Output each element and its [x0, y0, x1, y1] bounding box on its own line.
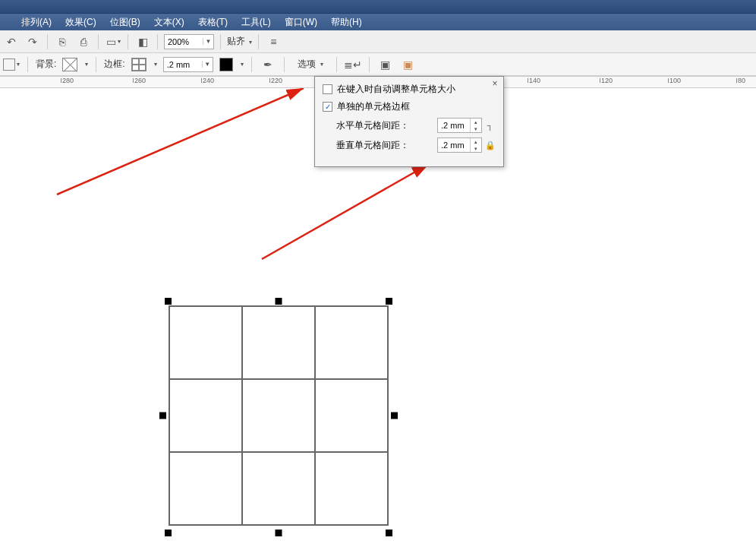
background-label: 背景:	[36, 58, 56, 71]
table-cell[interactable]	[169, 379, 242, 452]
selection-handle[interactable]	[165, 298, 172, 305]
to-back-icon[interactable]: ▣	[400, 56, 417, 73]
table-cell[interactable]	[169, 306, 242, 379]
window-titlebar	[0, 0, 756, 14]
chevron-down-icon[interactable]: ▾	[85, 61, 88, 68]
launch-icon[interactable]: ▭▾	[105, 33, 121, 50]
chevron-down-icon: ▾	[249, 39, 252, 46]
standard-toolbar: ↶ ↷ ⎘ ⎙ ▭▾ ◧ ▼ 贴齐 ▾ ≡	[0, 30, 756, 53]
table-cell[interactable]	[242, 452, 315, 525]
options-popout: × 在键入时自动调整单元格大小 单独的单元格边框 水平单元格间距： ▴▾ ┐ 垂…	[314, 76, 504, 167]
table-select-icon[interactable]: ▾	[3, 56, 20, 73]
menu-help[interactable]: 帮助(H)	[331, 16, 362, 29]
svg-line-1	[262, 164, 429, 259]
border-label: 边框:	[104, 58, 124, 71]
separator	[98, 34, 99, 49]
menu-table[interactable]: 表格(T)	[198, 16, 228, 29]
svg-line-0	[57, 88, 304, 194]
separator	[251, 57, 252, 72]
app-icon[interactable]: ◧	[134, 33, 151, 50]
spin-down-icon[interactable]: ▾	[471, 145, 481, 152]
separator	[336, 57, 337, 72]
border-width-combo[interactable]: ▼	[163, 57, 213, 72]
menu-arrange[interactable]: 排列(A)	[21, 16, 52, 29]
export-icon[interactable]: ⎙	[75, 33, 92, 50]
separator	[128, 34, 128, 49]
to-front-icon[interactable]: ▣	[377, 56, 394, 73]
selection-handle[interactable]	[386, 530, 392, 536]
options-extra-icon[interactable]: ≡	[265, 33, 282, 50]
table-grid[interactable]	[169, 305, 389, 526]
menu-text[interactable]: 文本(X)	[154, 16, 184, 29]
menu-bitmap[interactable]: 位图(B)	[110, 16, 140, 29]
table-object[interactable]	[169, 305, 389, 526]
chevron-down-icon[interactable]: ▾	[241, 61, 244, 68]
table-cell[interactable]	[315, 379, 388, 452]
border-preset-icon[interactable]	[131, 58, 146, 71]
separator	[220, 34, 221, 49]
table-cell[interactable]	[315, 306, 388, 379]
chevron-down-icon[interactable]: ▼	[202, 61, 213, 68]
chevron-down-icon: ▾	[320, 61, 323, 68]
selection-handle[interactable]	[276, 530, 282, 536]
spin-down-icon[interactable]: ▾	[471, 125, 481, 132]
border-color-swatch[interactable]	[219, 58, 233, 71]
chevron-down-icon[interactable]: ▼	[203, 38, 213, 45]
pen-outline-icon[interactable]: ✒	[260, 56, 276, 73]
import-icon[interactable]: ⎘	[54, 33, 71, 50]
separate-borders-label: 单独的单元格边框	[337, 100, 410, 113]
close-icon[interactable]: ×	[490, 78, 500, 89]
auto-resize-label: 在键入时自动调整单元格大小	[337, 83, 455, 96]
border-width-input[interactable]	[164, 60, 202, 69]
background-swatch[interactable]	[62, 58, 77, 71]
h-spacing-input[interactable]	[438, 121, 470, 130]
table-cell[interactable]	[242, 306, 315, 379]
selection-handle[interactable]	[276, 298, 282, 305]
auto-resize-checkbox[interactable]	[323, 84, 332, 94]
lock-icon[interactable]: 🔒	[485, 138, 496, 152]
property-bar: ▾ 背景: ▾ 边框: ▾ ▼ ▾ ✒ 选项 ▾ ≣↵ ▣ ▣	[0, 53, 756, 76]
v-spacing-label: 垂直单元格间距：	[336, 139, 409, 152]
separator	[47, 34, 48, 49]
menubar: 排列(A) 效果(C) 位图(B) 文本(X) 表格(T) 工具(L) 窗口(W…	[0, 14, 756, 30]
spin-up-icon[interactable]: ▴	[471, 138, 481, 145]
redo-icon[interactable]: ↷	[24, 33, 41, 50]
selection-handle[interactable]	[391, 413, 398, 419]
options-label: 选项	[298, 58, 316, 71]
menu-effects[interactable]: 效果(C)	[65, 16, 96, 29]
table-cell[interactable]	[315, 452, 388, 525]
separate-borders-checkbox[interactable]	[323, 102, 332, 112]
table-cell[interactable]	[169, 452, 242, 525]
separator	[258, 34, 259, 49]
separator	[27, 57, 28, 72]
zoom-combo[interactable]: ▼	[164, 34, 214, 49]
options-dropdown-button[interactable]: 选项 ▾	[292, 55, 329, 73]
menu-tools[interactable]: 工具(L)	[241, 16, 271, 29]
selection-handle[interactable]	[165, 530, 172, 536]
separator	[369, 57, 370, 72]
text-wrap-icon[interactable]: ≣↵	[345, 56, 361, 73]
h-spacing-spinner[interactable]: ▴▾	[437, 118, 482, 133]
separator	[284, 57, 285, 72]
spin-up-icon[interactable]: ▴	[471, 119, 481, 125]
menu-window[interactable]: 窗口(W)	[285, 16, 317, 29]
separator	[157, 34, 158, 49]
undo-icon[interactable]: ↶	[3, 33, 20, 50]
snap-button[interactable]: 贴齐 ▾	[227, 35, 252, 48]
v-spacing-spinner[interactable]: ▴▾	[437, 138, 482, 153]
zoom-input[interactable]	[165, 37, 203, 46]
v-spacing-input[interactable]	[438, 141, 470, 150]
h-spacing-label: 水平单元格间距：	[336, 119, 409, 132]
separator	[96, 57, 96, 72]
chevron-down-icon[interactable]: ▾	[154, 61, 157, 68]
selection-handle[interactable]	[159, 413, 166, 419]
link-bracket-icon: ┐	[485, 119, 496, 132]
selection-handle[interactable]	[386, 298, 392, 305]
table-cell[interactable]	[242, 379, 315, 452]
